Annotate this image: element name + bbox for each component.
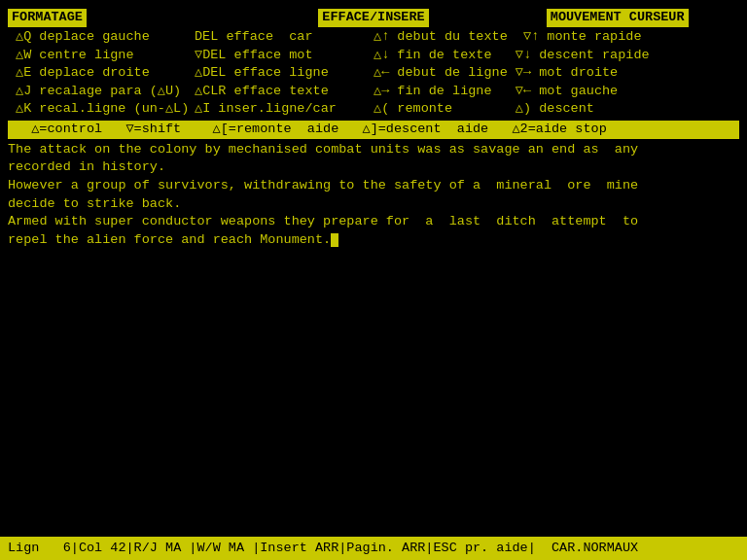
format-header: FORMATAGE: [8, 8, 252, 27]
text-area: The attack on the colony by mechanised c…: [0, 139, 747, 250]
help-line-mouv-4: △→ fin de ligne ▽← mot gauche: [374, 83, 731, 101]
text-line-6: repel the alien force and reach Monument…: [8, 231, 739, 250]
help-line-mouv-3: △← debut de ligne ▽→ mot droite: [374, 64, 731, 83]
help-line-efface-5: △I inser.ligne/car: [195, 100, 374, 119]
text-line-2: recorded in history.: [8, 158, 739, 177]
screen: FORMATAGE EFFACE/INSERE MOUVEMENT CURSEU…: [0, 0, 747, 560]
status-bar: Lign 6|Col 42|R/J MA |W/W MA |Insert ARR…: [0, 537, 747, 560]
highlight-bar: △=control ▽=shift △[=remonte aide △]=des…: [8, 121, 739, 139]
text-line-1: The attack on the colony by mechanised c…: [8, 141, 739, 159]
help-header: FORMATAGE EFFACE/INSERE MOUVEMENT CURSEU…: [0, 0, 747, 27]
help-line-format-4: △J recalage para (△U): [16, 83, 195, 101]
help-line-efface-2: ▽DEL efface mot: [195, 47, 374, 65]
efface-label: EFFACE/INSERE: [318, 9, 428, 27]
help-col-efface: DEL efface car ▽DEL efface mot △DEL effa…: [195, 28, 374, 119]
help-line-efface-4: △CLR efface texte: [195, 83, 374, 101]
help-col-mouvement: △↑ debut du texte ▽↑ monte rapide △↓ fin…: [374, 28, 731, 119]
help-line-format-1: △Q deplace gauche: [16, 28, 195, 47]
help-line-format-2: △W centre ligne: [16, 47, 195, 65]
help-line-efface-3: △DEL efface ligne: [195, 64, 374, 83]
text-cursor: [331, 233, 338, 247]
text-line-5: Armed with super conductor weapons they …: [8, 213, 739, 231]
help-line-mouv-2: △↓ fin de texte ▽↓ descent rapide: [374, 47, 731, 65]
help-line-mouv-5: △( remonte △) descent: [374, 100, 731, 119]
help-line-format-3: △E deplace droite: [16, 64, 195, 83]
help-area: △Q deplace gauche △W centre ligne △E dep…: [0, 28, 747, 139]
mouvement-label: MOUVEMENT CURSEUR: [547, 9, 689, 27]
efface-header: EFFACE/INSERE: [252, 8, 496, 27]
text-line-3: However a group of survivors, withdrawin…: [8, 177, 739, 195]
help-col-format: △Q deplace gauche △W centre ligne △E dep…: [16, 28, 195, 119]
text-line-4: decide to strike back.: [8, 195, 739, 214]
help-line-efface-1: DEL efface car: [195, 28, 374, 47]
help-line-mouv-1: △↑ debut du texte ▽↑ monte rapide: [374, 28, 731, 47]
mouvement-header: MOUVEMENT CURSEUR: [495, 8, 739, 27]
help-line-format-5: △K recal.ligne (un-△L): [16, 100, 195, 119]
formatage-label: FORMATAGE: [8, 9, 87, 27]
